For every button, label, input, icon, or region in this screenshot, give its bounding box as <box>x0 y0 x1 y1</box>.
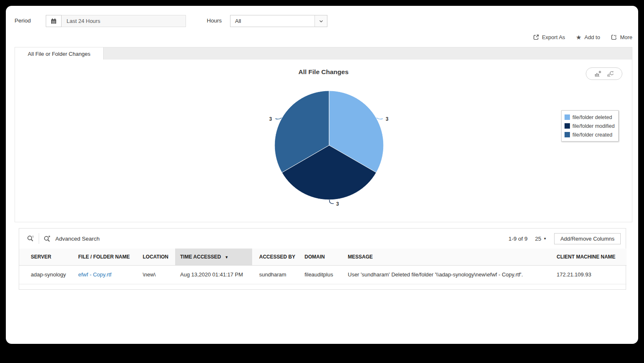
file-link[interactable]: efwf - Copy.rtf <box>78 271 111 278</box>
cell-accessed-by: sundharam <box>252 265 297 284</box>
chart-panel: All File Changes 3 3 3 file/fo <box>15 60 632 222</box>
tab-all-file-or-folder-changes[interactable]: All File or Folder Changes <box>15 47 104 60</box>
advanced-search-label[interactable]: Advanced Search <box>55 236 100 242</box>
col-header-location[interactable]: LOCATION <box>138 249 175 265</box>
caret-down-icon: ▼ <box>543 237 547 241</box>
col-header-client-machine-name[interactable]: CLIENT MACHINE NAME <box>552 249 627 265</box>
record-range: 1-9 of 9 <box>508 236 528 242</box>
add-to-label: Add to <box>585 34 600 40</box>
export-icon <box>533 34 539 40</box>
col-header-label: TIME ACCESSED <box>180 254 221 260</box>
search-tools: Advanced Search <box>27 233 100 244</box>
cell-time-accessed: Aug 13,2020 01:41:17 PM <box>175 265 252 284</box>
toolbar-divider <box>39 233 39 244</box>
tab-strip: All File or Folder Changes <box>15 47 632 60</box>
more-icon <box>611 34 617 40</box>
star-icon: ★ <box>576 34 581 40</box>
legend-item-created[interactable]: file/folder created <box>565 130 614 139</box>
legend-label: file/folder modified <box>572 123 614 129</box>
legend-item-deleted[interactable]: file/folder deleted <box>565 113 614 122</box>
export-as-button[interactable]: Export As <box>533 34 565 40</box>
legend-label: file/folder created <box>572 132 612 138</box>
add-to-button[interactable]: ★ Add to <box>576 34 600 40</box>
column-search-icon[interactable] <box>27 235 35 243</box>
legend-label: file/folder deleted <box>572 114 612 120</box>
grid-toolbar: Advanced Search 1-9 of 9 25 ▼ Add/Remove… <box>19 229 626 249</box>
cell-message: User 'sundharam' Deleted file/folder '\\… <box>341 265 552 284</box>
pie-chart: 3 3 3 <box>15 60 633 221</box>
label-connector-deleted <box>376 118 383 119</box>
col-header-time-accessed[interactable]: TIME ACCESSED▼ <box>175 249 252 265</box>
cell-location: \new\ <box>138 265 175 284</box>
tab-label: All File or Folder Changes <box>28 51 90 57</box>
col-header-accessed-by[interactable]: ACCESSED BY <box>252 249 297 265</box>
cell-domain: fileauditplus <box>297 265 341 284</box>
filter-bar: Period Hours All <box>6 6 638 35</box>
label-connector-modified <box>329 200 334 204</box>
pie-label-created: 3 <box>269 116 272 122</box>
calendar-icon <box>50 18 57 25</box>
col-header-file-folder-name[interactable]: FILE / FOLDER NAME <box>73 249 138 265</box>
col-header-domain[interactable]: DOMAIN <box>297 249 341 265</box>
table-row: adap-synology efwf - Copy.rtf \new\ Aug … <box>19 265 627 284</box>
more-label: More <box>620 34 632 40</box>
table-header-row: SERVER FILE / FOLDER NAME LOCATION TIME … <box>19 249 627 265</box>
period-input[interactable] <box>62 15 186 27</box>
pie-label-modified: 3 <box>336 201 339 207</box>
advanced-search-icon[interactable] <box>43 235 51 243</box>
legend-swatch-created <box>565 132 570 137</box>
hours-select[interactable]: All <box>230 15 327 27</box>
hours-selected-value: All <box>235 18 241 24</box>
col-header-server[interactable]: SERVER <box>19 249 73 265</box>
chevron-down-icon <box>315 15 327 27</box>
page-size-dropdown[interactable]: 25 ▼ <box>535 236 547 242</box>
add-remove-columns-button[interactable]: Add/Remove Columns <box>554 233 621 244</box>
report-page: Period Hours All Export As ★ Add to <box>6 6 638 344</box>
chart-legend: file/folder deleted file/folder modified… <box>561 110 619 142</box>
sort-desc-icon: ▼ <box>225 255 228 259</box>
hours-label: Hours <box>207 17 222 24</box>
cell-file-folder-name: efwf - Copy.rtf <box>73 265 138 284</box>
pie-label-deleted: 3 <box>386 116 389 122</box>
col-header-message[interactable]: MESSAGE <box>341 249 552 265</box>
results-table-card: Advanced Search 1-9 of 9 25 ▼ Add/Remove… <box>19 228 626 290</box>
pagination-tools: 1-9 of 9 25 ▼ Add/Remove Columns <box>508 233 621 244</box>
results-table: SERVER FILE / FOLDER NAME LOCATION TIME … <box>19 249 627 284</box>
page-size-value: 25 <box>535 236 541 242</box>
period-label: Period <box>15 17 31 24</box>
report-actions: Export As ★ Add to More <box>533 32 632 42</box>
label-connector-created <box>275 118 282 119</box>
legend-swatch-deleted <box>565 114 570 120</box>
cell-server: adap-synology <box>19 265 73 284</box>
legend-swatch-modified <box>565 123 570 129</box>
cell-client-machine-name: 172.21.109.93 <box>552 265 627 284</box>
legend-item-modified[interactable]: file/folder modified <box>565 122 614 130</box>
export-as-label: Export As <box>542 34 565 40</box>
more-button[interactable]: More <box>611 34 632 40</box>
calendar-button[interactable] <box>46 15 62 27</box>
